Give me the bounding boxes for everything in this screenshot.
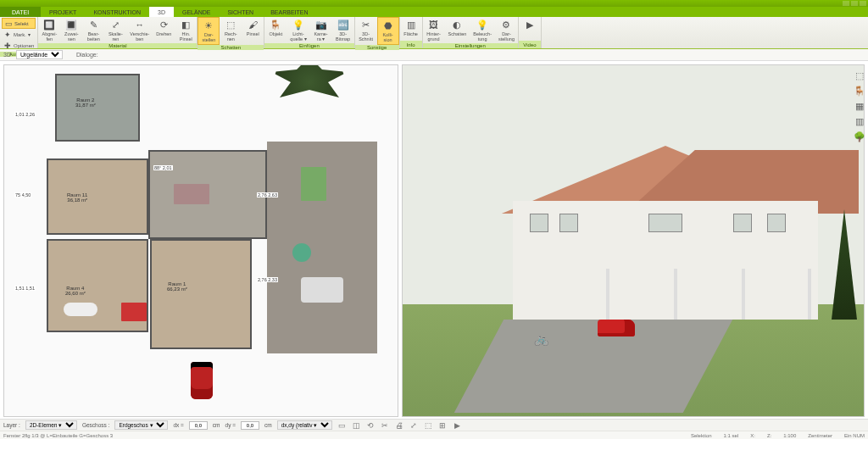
menu-tab-datei[interactable]: DATEI	[0, 7, 41, 17]
dy-label: dy =	[225, 422, 236, 428]
menu-tab-sichten[interactable]: SICHTEN	[219, 7, 262, 17]
menu-strip: DATEI PROJEKT KONSTRUKTION 3D GELÄNDE SI…	[0, 7, 868, 17]
window-close-icon[interactable]	[860, 1, 866, 6]
tool-icon[interactable]: ▶	[453, 420, 462, 430]
ribbon-icon: ✎	[87, 19, 99, 31]
ribbon-button-label: 3D- Bitmap	[336, 31, 350, 42]
ribbon-button-label: Skalie- ren	[108, 31, 123, 42]
menu-tab-gelaende[interactable]: GELÄNDE	[174, 7, 219, 17]
ribbon-button-label: Hin. Pinsel	[180, 31, 192, 42]
dx-input[interactable]	[189, 421, 208, 430]
tool-icon[interactable]: ◫	[352, 420, 361, 430]
ribbon-button[interactable]: 💡Beleuch- tung	[470, 17, 495, 43]
menu-tab-projekt[interactable]: PROJEKT	[41, 7, 85, 17]
ribbon-button-label: Selekt	[14, 21, 29, 26]
ribbon: ▭Selekt✦Mark. ▾✚OptionenAuswahl🔲Abgrei- …	[0, 17, 868, 49]
ribbon-icon: ◐	[451, 19, 463, 31]
window-min-icon[interactable]	[843, 1, 849, 6]
ribbon-button[interactable]: ⬣Kolli- sion	[377, 17, 399, 45]
ribbon-group-label: Schatten	[198, 45, 264, 50]
viewport-2d[interactable]: Raum 231,87 m² Raum 1136,18 m² Raum 426,…	[3, 64, 398, 417]
status-extra: Ein NUM	[844, 433, 865, 438]
Optionen-icon: ✚	[3, 42, 12, 50]
dim-label: 88° 2,01	[153, 165, 173, 170]
tool-icon[interactable]: 🖨	[395, 420, 404, 430]
tool-icon[interactable]: ⊞	[438, 420, 448, 430]
ribbon-icon: ▶	[524, 19, 536, 31]
ribbon-button[interactable]: ◐Schatten	[445, 17, 470, 43]
ribbon-button[interactable]: 🔤3D- Bitmap	[332, 17, 354, 43]
ribbon-button[interactable]: ⤢Skalie- ren	[104, 17, 126, 43]
ribbon-button[interactable]: 💡Licht- quelle ▾	[287, 17, 309, 43]
side-tool-icon[interactable]: ⬚	[854, 70, 865, 81]
tool-icon[interactable]: ▭	[337, 420, 347, 430]
ribbon-group-label: Info	[400, 41, 422, 48]
ribbon-button-label: Pinsel	[247, 31, 259, 36]
ribbon-button[interactable]: ⟳Drehen	[153, 17, 175, 43]
ribbon-button[interactable]: 🪑Objekt	[264, 17, 287, 43]
tool-icon[interactable]: ⤢	[409, 420, 419, 430]
layer-select[interactable]: 2D-Elemen ▾	[25, 420, 77, 430]
geschoss-select[interactable]: Erdgeschos ▾	[114, 420, 168, 430]
tool-icon[interactable]: ✂	[381, 420, 390, 430]
ribbon-button[interactable]: ▶	[519, 17, 541, 41]
ribbon-button[interactable]: ↔Verschie- ben	[126, 17, 153, 43]
layer-label: Layer :	[3, 422, 20, 428]
viewport-3d[interactable]: 🚲	[402, 64, 865, 417]
ribbon-button[interactable]: 📷Kame- ra ▾	[310, 17, 332, 43]
ribbon-button-label: Dar- stellung	[498, 31, 515, 42]
ribbon-button[interactable]: ✎Bear- beiten	[82, 17, 104, 43]
ribbon-button[interactable]: 🖌Pinsel	[242, 17, 264, 45]
status-z: Z:	[767, 433, 771, 438]
ribbon-group-label: Sonstige	[355, 45, 399, 50]
ribbon-button[interactable]: ✂3D- Schnitt	[355, 17, 377, 45]
tool-icon[interactable]: ⬚	[424, 420, 433, 430]
workspace: Raum 231,87 m² Raum 1136,18 m² Raum 426,…	[0, 61, 868, 439]
house-body	[513, 201, 818, 320]
window-max-icon[interactable]	[851, 1, 858, 6]
menu-tab-3d[interactable]: 3D	[149, 7, 174, 17]
ribbon-button[interactable]: ◧Hin. Pinsel	[175, 17, 197, 43]
ribbon-group-label: Material	[38, 43, 197, 48]
ribbon-icon: 🔤	[337, 19, 349, 31]
ribbon-button[interactable]: ⚙Dar- stellung	[495, 17, 518, 43]
car-icon	[598, 320, 635, 336]
ribbon-button[interactable]: ▥Fläche	[400, 17, 422, 41]
side-tool-icon[interactable]: ▥	[854, 115, 865, 127]
side-tool-icon[interactable]: 🌳	[854, 131, 865, 142]
mode-select[interactable]: Urgelände	[16, 50, 63, 59]
ribbon-button[interactable]: ▭Selekt	[2, 18, 36, 29]
ribbon-button[interactable]: 🔳Zuwei- sen	[60, 17, 82, 43]
side-tool-icon[interactable]: ▦	[854, 100, 865, 112]
mode-label: 3D	[3, 52, 11, 58]
tool-icon[interactable]: ⟲	[366, 420, 376, 430]
ribbon-button-label: Fläche	[403, 31, 418, 36]
dy-input[interactable]	[241, 421, 259, 430]
ribbon-group: ▥FlächeInfo	[400, 17, 423, 48]
ribbon-button[interactable]: ✦Mark. ▾	[2, 29, 36, 40]
menu-tab-bearbeiten[interactable]: BEARBEITEN	[262, 7, 316, 17]
ribbon-icon: ⬣	[382, 19, 394, 31]
ribbon-button-label: Kame- ra ▾	[314, 31, 327, 42]
status-left: Fenster 2flg 1/3 @ L=Einbauteile G=Gesch…	[3, 433, 113, 438]
ribbon-group: 🔲Abgrei- fen🔳Zuwei- sen✎Bear- beiten⤢Ska…	[38, 17, 198, 48]
ribbon-group-label: Einstellungen	[423, 43, 518, 48]
ribbon-button[interactable]: 🔲Abgrei- fen	[38, 17, 60, 43]
coord-mode-select[interactable]: dx,dy (relativ ▾	[277, 420, 332, 430]
side-tool-icon[interactable]: 🪑	[854, 85, 865, 97]
tree-icon	[267, 64, 352, 108]
ribbon-icon: 🔲	[43, 19, 55, 31]
ribbon-button-label: Verschie- ben	[130, 31, 149, 42]
ribbon-icon: 🔳	[65, 19, 77, 31]
menu-tab-konstruktion[interactable]: KONSTRUKTION	[85, 7, 149, 17]
driveway	[454, 320, 732, 413]
ribbon-icon: 🖌	[247, 19, 259, 31]
ribbon-button[interactable]: 🖼Hinter- grund	[423, 17, 445, 43]
Selekt-icon: ▭	[4, 19, 13, 28]
ribbon-button[interactable]: ⬚Rech- nen	[220, 17, 242, 45]
option-bar: Layer : 2D-Elemen ▾ Geschoss : Erdgescho…	[0, 419, 868, 431]
ribbon-button-label: Schatten	[448, 31, 467, 36]
ribbon-button-label: Drehen	[156, 31, 171, 36]
ribbon-button[interactable]: ☀Dar- stellen	[198, 17, 220, 45]
status-scale2: 1:100	[783, 433, 796, 438]
